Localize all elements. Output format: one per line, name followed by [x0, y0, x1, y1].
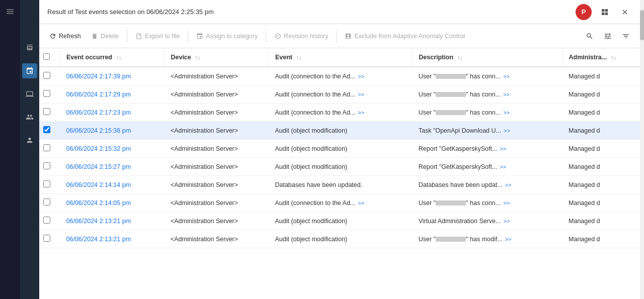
description-expand-arrow[interactable]: >>	[502, 128, 510, 134]
event-cell: Audit (object modification)	[269, 122, 412, 140]
description-expand-arrow[interactable]: >>	[498, 146, 506, 152]
sidebar-nodes-icon[interactable]	[22, 63, 37, 78]
description-expand-arrow[interactable]: >>	[502, 200, 510, 206]
description-cell: Task "OpenApi Download U... >>	[413, 122, 562, 140]
topbar: Result of Test events selection on 06/06…	[39, 0, 640, 24]
event-time[interactable]: 06/06/2024 2:13:21 pm	[60, 230, 164, 248]
events-table: Event occurred ↑↓ Device ↑↓ Event ↑↓ Des…	[39, 48, 640, 248]
event-time[interactable]: 06/06/2024 2:15:27 pm	[60, 158, 164, 176]
row-checkbox-cell	[39, 67, 60, 85]
table-row: 06/06/2024 2:17:39 pm<Administration Ser…	[39, 67, 640, 85]
description-cell: Databases have been updat... >>	[413, 176, 562, 194]
table-row: 06/06/2024 2:13:21 pm<Administration Ser…	[39, 230, 640, 248]
description-expand-arrow[interactable]: >>	[504, 236, 512, 242]
scrollbar-thumb[interactable]	[640, 10, 644, 40]
description-expand-arrow[interactable]: >>	[498, 164, 506, 170]
row-checkbox[interactable]	[43, 235, 50, 242]
device-cell: <Administration Server>	[165, 212, 269, 230]
administration-cell: Managed d	[562, 194, 640, 212]
row-checkbox-cell	[39, 140, 60, 158]
event-time[interactable]: 06/06/2024 2:14:05 pm	[60, 194, 164, 212]
sidebar-users-icon[interactable]	[22, 110, 37, 125]
event-cell: Audit (object modification)	[269, 230, 412, 248]
select-all-checkbox[interactable]	[43, 53, 50, 60]
window-close-button[interactable]	[618, 5, 632, 19]
exclude-button[interactable]: Exclude from Adaptive Anomaly Control	[341, 30, 469, 42]
col-event-occurred[interactable]: Event occurred ↑↓	[60, 48, 164, 67]
row-checkbox-cell	[39, 85, 60, 104]
description-expand-arrow[interactable]: >>	[502, 110, 510, 116]
device-cell: <Administration Server>	[165, 230, 269, 248]
administration-cell: Managed d	[562, 104, 640, 122]
row-checkbox-cell	[39, 158, 60, 176]
event-time[interactable]: 06/06/2024 2:17:23 pm	[60, 104, 164, 122]
event-expand-arrow[interactable]: >>	[356, 91, 364, 97]
event-time[interactable]: 06/06/2024 2:17:39 pm	[60, 67, 164, 85]
sidebar-user-icon[interactable]	[22, 133, 37, 148]
device-cell: <Administration Server>	[165, 122, 269, 140]
row-checkbox[interactable]	[43, 108, 50, 115]
event-time[interactable]: 06/06/2024 2:15:38 pm	[60, 122, 164, 140]
administration-cell: Managed d	[562, 230, 640, 248]
event-time[interactable]: 06/06/2024 2:17:29 pm	[60, 85, 164, 104]
row-checkbox[interactable]	[43, 198, 50, 206]
row-checkbox[interactable]	[43, 144, 50, 151]
event-time[interactable]: 06/06/2024 2:15:32 pm	[60, 140, 164, 158]
event-cell: Audit (connection to the Ad... >>	[269, 194, 412, 212]
menu-icon[interactable]	[3, 4, 18, 19]
refresh-button[interactable]: Refresh	[45, 30, 85, 42]
col-device[interactable]: Device ↑↓	[165, 48, 269, 67]
event-expand-arrow[interactable]: >>	[356, 110, 364, 116]
description-expand-arrow[interactable]: >>	[504, 182, 512, 188]
description-cell: Report "GetKasperskySoft... >>	[413, 158, 562, 176]
device-cell: <Administration Server>	[165, 67, 269, 85]
sidebar-monitor-icon[interactable]	[22, 86, 37, 102]
event-time[interactable]: 06/06/2024 2:13:21 pm	[60, 212, 164, 230]
row-checkbox[interactable]	[43, 90, 50, 97]
administration-cell: Managed d	[562, 212, 640, 230]
administration-cell: Managed d	[562, 85, 640, 104]
search-icon-button[interactable]	[582, 28, 598, 44]
redacted-text	[436, 74, 466, 79]
vertical-scrollbar[interactable]	[640, 0, 644, 299]
col-description[interactable]: Description ↑↓	[413, 48, 562, 67]
event-cell: Audit (connection to the Ad... >>	[269, 104, 412, 122]
col-administration[interactable]: Administra... ↑↓	[562, 48, 640, 67]
row-checkbox[interactable]	[43, 180, 50, 187]
filter-settings-icon-button[interactable]	[600, 28, 616, 44]
table-row: 06/06/2024 2:17:23 pm<Administration Ser…	[39, 104, 640, 122]
description-cell: User "" has conn... >>	[413, 104, 562, 122]
row-checkbox[interactable]	[43, 162, 50, 169]
row-checkbox-cell	[39, 212, 60, 230]
main-content: Result of Test events selection on 06/06…	[39, 0, 640, 299]
table-row: 06/06/2024 2:15:32 pm<Administration Ser…	[39, 140, 640, 158]
sidebar-server-icon[interactable]	[22, 40, 37, 55]
description-expand-arrow[interactable]: >>	[502, 218, 510, 224]
table-container: Event occurred ↑↓ Device ↑↓ Event ↑↓ Des…	[39, 48, 640, 299]
event-cell: Audit (connection to the Ad... >>	[269, 85, 412, 104]
administration-cell: Managed d	[562, 122, 640, 140]
event-expand-arrow[interactable]: >>	[356, 200, 364, 206]
window-tile-button[interactable]	[598, 5, 612, 19]
description-expand-arrow[interactable]: >>	[502, 91, 510, 97]
description-cell: Virtual Administration Serve... >>	[413, 212, 562, 230]
row-checkbox[interactable]	[43, 72, 50, 79]
description-expand-arrow[interactable]: >>	[502, 73, 510, 79]
row-checkbox[interactable]	[43, 217, 50, 224]
page-title: Result of Test events selection on 06/06…	[47, 8, 570, 16]
description-cell: User "" has modif... >>	[413, 230, 562, 248]
redacted-text	[436, 110, 466, 115]
export-button[interactable]: Export to file	[131, 30, 184, 42]
row-checkbox[interactable]	[43, 126, 50, 133]
description-cell: User "" has conn... >>	[413, 194, 562, 212]
delete-button[interactable]: Delete	[87, 30, 123, 42]
separator-1	[127, 30, 127, 42]
event-expand-arrow[interactable]: >>	[356, 73, 364, 79]
row-checkbox-cell	[39, 122, 60, 140]
assign-button[interactable]: Assign to category	[192, 30, 262, 42]
event-time[interactable]: 06/06/2024 2:14:14 pm	[60, 176, 164, 194]
revision-button[interactable]: Revision history	[270, 30, 332, 42]
filter-icon-button[interactable]	[618, 28, 634, 44]
event-cell: Audit (object modification)	[269, 158, 412, 176]
col-event[interactable]: Event ↑↓	[269, 48, 412, 67]
